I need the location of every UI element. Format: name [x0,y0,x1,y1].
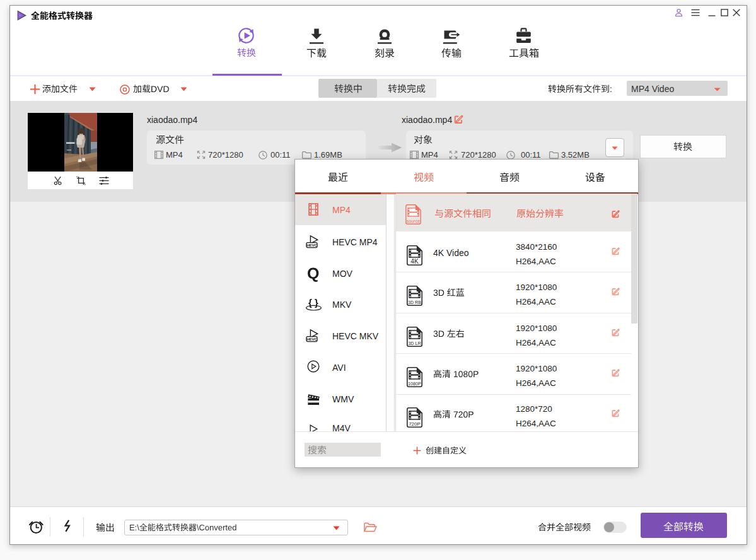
svg-text:3D RB: 3D RB [408,300,421,305]
svg-text:1080P: 1080P [408,381,421,387]
svg-text:HEVC: HEVC [306,337,317,341]
svg-text:3D LR: 3D LR [408,341,421,346]
svg-text:HEVC: HEVC [306,243,317,247]
svg-text:720P: 720P [409,421,421,427]
svg-text:source: source [407,218,421,224]
svg-text:4K: 4K [410,258,419,265]
